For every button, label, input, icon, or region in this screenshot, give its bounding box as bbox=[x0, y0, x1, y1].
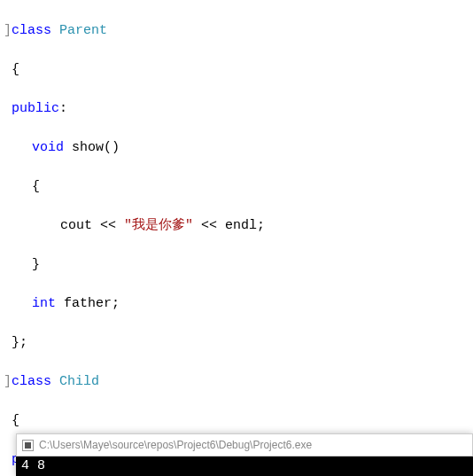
fold-bracket: ] bbox=[4, 23, 12, 38]
type-child: Child bbox=[59, 374, 99, 389]
semicolon: ; bbox=[257, 218, 265, 233]
colon: : bbox=[59, 101, 67, 116]
keyword-int: int bbox=[32, 296, 56, 311]
console-output: 4 8 bbox=[16, 456, 473, 476]
code-line: int father; bbox=[4, 294, 473, 314]
keyword-class: class bbox=[12, 23, 51, 38]
console-window: C:\Users\Maye\source\repos\Project6\Debu… bbox=[16, 433, 473, 476]
fold-bracket: ] bbox=[4, 374, 12, 389]
ident-endl: endl bbox=[225, 218, 257, 233]
console-icon bbox=[22, 440, 34, 451]
string-literal: "我是你爹" bbox=[124, 218, 193, 233]
type-parent: Parent bbox=[59, 23, 107, 38]
operator-insert: << bbox=[92, 218, 124, 233]
semicolon: ; bbox=[112, 296, 120, 311]
code-line: } bbox=[4, 255, 473, 275]
keyword-void: void bbox=[32, 140, 64, 155]
brace-close: } bbox=[32, 257, 40, 272]
brace-close-semi: }; bbox=[12, 335, 27, 350]
ident-show: show bbox=[72, 140, 104, 155]
code-line: { bbox=[4, 60, 473, 80]
code-line: { bbox=[4, 411, 473, 431]
ident-father: father bbox=[64, 296, 112, 311]
code-line: }; bbox=[4, 333, 473, 353]
code-line: ]class Parent bbox=[4, 21, 473, 41]
code-line: ]class Child bbox=[4, 372, 473, 392]
keyword-public: public bbox=[12, 101, 59, 116]
code-line: public: bbox=[4, 99, 473, 119]
parens: () bbox=[104, 140, 120, 155]
keyword-class: class bbox=[12, 374, 51, 389]
code-editor: ]class Parent { public: void show() { co… bbox=[0, 0, 473, 476]
brace-open: { bbox=[32, 179, 40, 194]
code-line: void show() bbox=[4, 138, 473, 158]
code-line: cout << "我是你爹" << endl; bbox=[4, 216, 473, 236]
console-title: C:\Users\Maye\source\repos\Project6\Debu… bbox=[39, 439, 312, 451]
operator-insert: << bbox=[193, 218, 225, 233]
ident-cout: cout bbox=[60, 218, 92, 233]
console-titlebar[interactable]: C:\Users\Maye\source\repos\Project6\Debu… bbox=[16, 433, 473, 456]
code-line: { bbox=[4, 177, 473, 197]
brace-open: { bbox=[12, 413, 19, 428]
brace-open: { bbox=[12, 62, 19, 77]
